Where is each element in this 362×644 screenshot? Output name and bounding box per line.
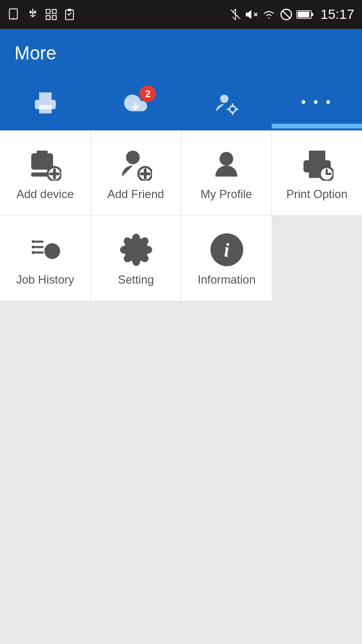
grid-row-2-wrapper: Job History Setting i Information <box>0 216 362 301</box>
information-icon: i <box>210 233 243 266</box>
tab-bar: 2 • • • <box>0 77 362 130</box>
more-dots-icon: • • • <box>301 94 333 110</box>
svg-rect-7 <box>68 9 71 11</box>
status-icons-left <box>8 8 76 21</box>
main-grid: Add device Add Friend My Profile <box>0 130 362 301</box>
status-bar: 15:17 <box>0 0 362 29</box>
tab-profile[interactable] <box>181 77 272 129</box>
add-device-button[interactable]: Add device <box>0 130 91 215</box>
svg-point-20 <box>229 106 236 113</box>
printer-tab-icon <box>33 90 58 115</box>
job-history-icon <box>29 233 62 266</box>
bluetooth-muted-icon <box>230 9 241 20</box>
add-device-label: Add device <box>16 187 74 201</box>
usb-icon <box>26 8 40 21</box>
print-option-label: Print Option <box>286 187 348 201</box>
tab-cloud[interactable]: 2 <box>91 77 181 129</box>
svg-rect-2 <box>46 10 50 14</box>
setting-label: Setting <box>118 273 154 286</box>
tablet-icon <box>8 8 21 21</box>
tab-active-indicator <box>272 124 362 126</box>
print-option-button[interactable]: Print Option <box>272 130 362 215</box>
svg-rect-16 <box>298 12 309 17</box>
sound-off-icon <box>245 8 258 21</box>
job-history-label: Job History <box>16 273 74 286</box>
add-friend-icon <box>119 148 152 181</box>
tab-more-icon-wrap: • • • <box>301 94 333 110</box>
status-time: 15:17 <box>320 7 354 22</box>
add-friend-button[interactable]: Add Friend <box>91 130 181 215</box>
tab-cloud-icon-wrap: 2 <box>123 90 148 115</box>
tab-printer[interactable] <box>0 77 91 129</box>
setting-icon <box>120 233 153 266</box>
empty-gray-area <box>0 301 362 620</box>
print-option-icon <box>301 148 334 181</box>
profile-tab-icon <box>214 90 239 115</box>
wifi-icon <box>262 9 276 20</box>
tab-profile-icon-wrap <box>214 90 239 115</box>
svg-point-25 <box>126 151 139 164</box>
svg-rect-3 <box>52 10 56 14</box>
svg-line-13 <box>282 11 290 18</box>
add-friend-label: Add Friend <box>107 187 164 201</box>
tab-printer-icon-wrap <box>33 90 58 115</box>
app-header: More <box>0 29 362 77</box>
clipboard-icon <box>63 8 76 21</box>
information-button[interactable]: i Information <box>181 216 272 301</box>
svg-rect-0 <box>10 9 17 19</box>
svg-rect-17 <box>39 105 52 113</box>
tab-more[interactable]: • • • <box>272 77 362 129</box>
svg-rect-4 <box>46 15 50 19</box>
svg-point-29 <box>220 152 233 166</box>
no-icon <box>280 8 292 21</box>
battery-icon <box>296 9 314 20</box>
grid-icon <box>44 8 58 21</box>
svg-rect-5 <box>52 15 56 19</box>
cloud-tab-badge: 2 <box>139 86 156 102</box>
job-history-button[interactable]: Job History <box>0 216 91 301</box>
svg-marker-9 <box>246 11 251 18</box>
svg-rect-15 <box>311 13 313 16</box>
page-title: More <box>14 43 56 64</box>
gray-side-panel <box>272 216 362 301</box>
add-device-icon <box>28 148 61 181</box>
my-profile-button[interactable]: My Profile <box>181 130 272 215</box>
grid-row-1: Add device Add Friend My Profile <box>0 130 362 216</box>
grid-row-2: Job History Setting i Information <box>0 216 272 301</box>
my-profile-label: My Profile <box>201 187 252 201</box>
setting-button[interactable]: Setting <box>91 216 181 301</box>
my-profile-icon <box>210 148 243 181</box>
status-icons-right: 15:17 <box>230 7 354 22</box>
information-label: Information <box>197 273 255 286</box>
svg-point-19 <box>220 95 228 103</box>
